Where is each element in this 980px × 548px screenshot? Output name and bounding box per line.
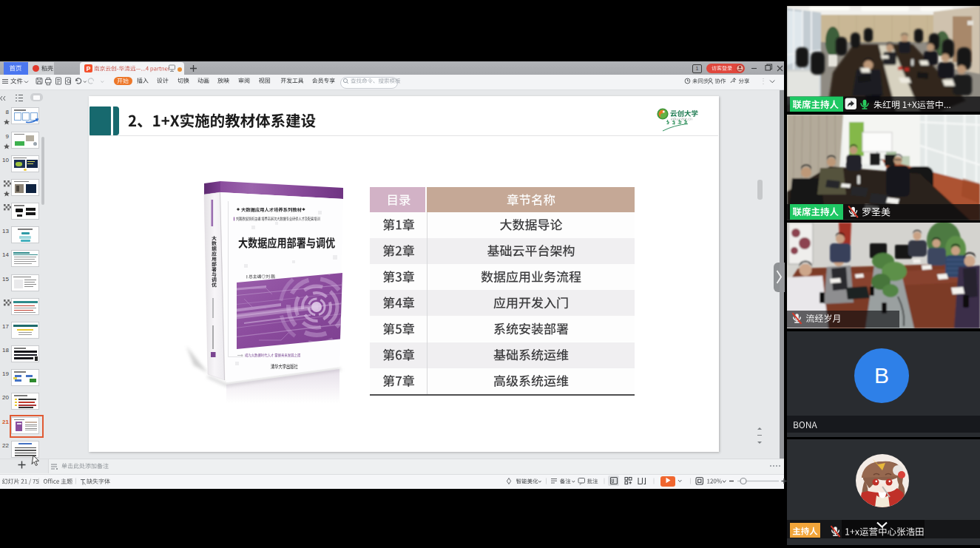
svg-text:P: P <box>87 65 91 72</box>
